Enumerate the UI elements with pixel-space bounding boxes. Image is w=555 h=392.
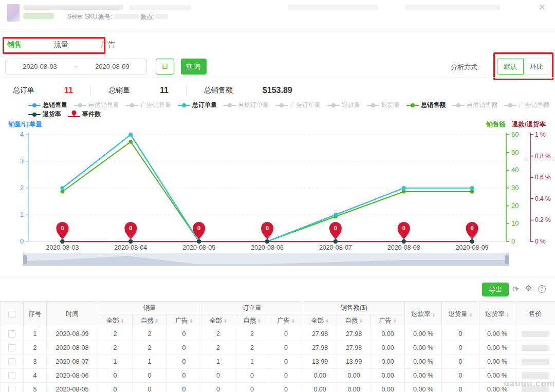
cell-return-qty: 0 (442, 369, 479, 383)
tab-销售[interactable]: 销售 (7, 40, 22, 49)
legend-item-总销售量[interactable]: 总销售量 (28, 101, 67, 109)
cell-value: 1 (98, 355, 133, 369)
legend-marker (504, 103, 516, 108)
group-header-销量: 销量 (98, 302, 201, 314)
sort-icon[interactable]: ▲▼ (121, 318, 124, 323)
event-pin[interactable]: 0 (56, 222, 68, 239)
cell-value: 0 (269, 327, 303, 341)
legend-item-广告销售量[interactable]: 广告销售量 (126, 101, 171, 109)
row-checkbox[interactable] (8, 386, 15, 392)
sort-icon[interactable]: ▲▼ (432, 312, 435, 317)
select-all-checkbox[interactable] (8, 311, 15, 318)
subcol-广告[interactable]: 广告▲▼ (167, 314, 201, 327)
query-button[interactable]: 查询 (181, 59, 207, 74)
sort-icon[interactable]: ▲▼ (506, 312, 509, 317)
sort-icon[interactable]: ▲▼ (257, 318, 261, 323)
event-pin[interactable]: 0 (124, 222, 137, 239)
sort-icon[interactable]: ▲▼ (325, 318, 328, 323)
svg-text:0: 0 (20, 237, 24, 245)
svg-text:0 %: 0 % (535, 238, 546, 245)
date-separator: ~ (74, 63, 78, 70)
legend-item-广告订单量[interactable]: 广告订单量 (275, 101, 321, 109)
cell-value: 0 (201, 383, 235, 392)
redacted-title-bar (130, 5, 191, 10)
chart-legend-row1: 总销售量自然销售量广告销售量总订单量自然订单量广告订单量退款量退货量总销售额自然… (28, 101, 555, 109)
sort-icon[interactable]: ▲▼ (393, 318, 396, 323)
svg-text:0.8 %: 0.8 % (535, 153, 551, 160)
cell-value: 27.98 (337, 341, 371, 355)
subcol-全部[interactable]: 全部▲▼ (98, 314, 133, 327)
subcol-自然[interactable]: 自然▲▼ (133, 314, 167, 327)
svg-text:0: 0 (129, 225, 132, 231)
granularity-day-button[interactable]: 日 (156, 59, 174, 74)
legend-item-退货量[interactable]: 退货量 (367, 101, 400, 109)
checkbox-header[interactable] (1, 302, 24, 327)
refresh-icon[interactable]: ⟳ (512, 285, 519, 294)
gear-icon[interactable]: ⚙ (525, 284, 532, 293)
analysis-option-默认[interactable]: 默认 (497, 59, 524, 74)
legend-item-广告销售额[interactable]: 广告销售额 (504, 101, 549, 109)
sort-icon[interactable]: ▲▼ (291, 318, 294, 323)
row-checkbox[interactable] (8, 372, 15, 379)
row-checkbox[interactable] (8, 358, 15, 365)
legend-item-label: 总销售额 (421, 101, 446, 109)
legend-item-自然销售量[interactable]: 自然销售量 (74, 101, 119, 109)
col-售价[interactable]: 售价 (515, 302, 555, 327)
export-button[interactable]: 导出 (482, 283, 509, 296)
event-pin[interactable]: 0 (466, 222, 478, 239)
chart-brush[interactable] (23, 253, 509, 266)
cell-value: 27.98 (303, 327, 337, 341)
event-pin[interactable]: 0 (398, 222, 410, 239)
event-pin[interactable]: 0 (329, 222, 342, 239)
close-icon[interactable]: ✕ (539, 2, 546, 13)
svg-text:2020-08-07: 2020-08-07 (319, 244, 352, 251)
legend-item-label: 自然订单量 (238, 101, 269, 109)
row-checkbox[interactable] (8, 330, 15, 338)
cell-value: 1 (235, 355, 269, 369)
col-退货量[interactable]: 退货量▲▼ (442, 302, 479, 327)
sort-icon[interactable]: ▲▼ (190, 318, 193, 323)
date-range-input[interactable]: 2020-08-03 ~ 2020-08-09 (5, 59, 147, 74)
subcol-广告[interactable]: 广告▲▼ (371, 314, 405, 327)
legend-item-总销售额[interactable]: 总销售额 (406, 101, 446, 109)
analysis-option-环比[interactable]: 环比 (524, 59, 550, 74)
subcol-全部[interactable]: 全部▲▼ (201, 314, 235, 327)
cell-refund-rate: 0.00 % (405, 369, 442, 383)
col-退款率[interactable]: 退款率▲▼ (405, 302, 442, 327)
event-pin[interactable]: 0 (261, 222, 273, 239)
col-退货率[interactable]: 退货率▲▼ (479, 302, 515, 327)
tab-流量[interactable]: 流量 (54, 40, 68, 49)
analysis-method-group: 默认环比 (497, 59, 550, 74)
legend-item-label: 广告销售额 (519, 101, 549, 109)
svg-text:0.6 %: 0.6 % (535, 174, 551, 181)
cell-value: 0 (98, 383, 133, 392)
legend-marker (406, 103, 419, 108)
subcol-自然[interactable]: 自然▲▼ (235, 314, 269, 327)
subcol-全部[interactable]: 全部▲▼ (303, 314, 337, 327)
legend-item-label: 总订单量 (192, 101, 217, 109)
legend-item-自然订单量[interactable]: 自然订单量 (224, 101, 269, 109)
legend-item-退货率[interactable]: 退货率 (28, 110, 61, 119)
legend-item-label: 总销售量 (43, 101, 67, 109)
svg-text:0: 0 (334, 225, 337, 231)
cell-value: 0 (98, 369, 133, 383)
legend-item-总订单量[interactable]: 总订单量 (178, 101, 217, 109)
cell-date: 2020-08-06 (47, 369, 98, 383)
subcol-自然[interactable]: 自然▲▼ (337, 314, 371, 327)
tab-广告[interactable]: 广告 (101, 40, 115, 49)
help-icon[interactable]: ? (538, 285, 546, 293)
group-header-订单量: 订单量 (201, 302, 303, 314)
row-checkbox[interactable] (8, 344, 15, 351)
legend-item-事件数[interactable]: 事件数 (68, 110, 101, 119)
rate-axis-title: 退款/退货率 (512, 120, 546, 129)
event-pin[interactable]: 0 (193, 222, 205, 239)
legend-item-退款量[interactable]: 退款量 (327, 101, 360, 109)
sort-icon[interactable]: ▲▼ (469, 312, 472, 317)
sort-icon[interactable]: ▲▼ (155, 318, 158, 323)
legend-marker (327, 103, 340, 108)
sort-icon[interactable]: ▲▼ (224, 318, 227, 323)
column-header-label: 序号 (29, 310, 42, 319)
legend-item-自然销售额[interactable]: 自然销售额 (452, 101, 497, 109)
subcol-广告[interactable]: 广告▲▼ (269, 314, 303, 327)
sort-icon[interactable]: ▲▼ (359, 318, 362, 323)
